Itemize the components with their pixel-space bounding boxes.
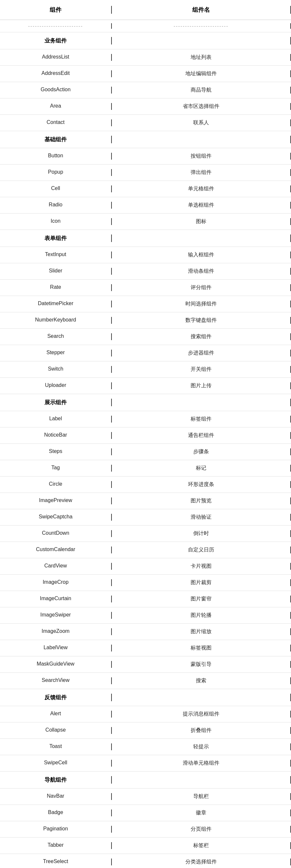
component-name-en: ImageZoom — [0, 628, 111, 635]
table-row[interactable]: TreeSelect 分类选择组件 — [0, 854, 291, 868]
table-row[interactable]: ImageCrop 图片裁剪 — [0, 575, 291, 591]
component-name-zh: 图片裁剪 — [112, 579, 290, 586]
component-name-zh: 标记 — [112, 465, 290, 472]
component-name-en: Stepper — [0, 350, 111, 356]
component-name-zh: 图片上传 — [112, 382, 290, 389]
table-row[interactable]: ImageCurtain 图片窗帘 — [0, 591, 291, 607]
section-header-right-label — [112, 399, 290, 406]
component-name-en: Circle — [0, 481, 111, 488]
component-name-zh: 折叠组件 — [112, 727, 290, 734]
table-row[interactable]: Toast 轻提示 — [0, 739, 291, 755]
section-header-label: 表单组件 — [0, 235, 111, 242]
table-row[interactable]: Popup 弹出组件 — [0, 164, 291, 181]
table-row[interactable]: Switch 开关组件 — [0, 362, 291, 378]
table-row[interactable]: Radio 单选框组件 — [0, 197, 291, 214]
divider-left: ------------------------ — [0, 23, 111, 29]
table-row[interactable]: Steps 步骤条 — [0, 444, 291, 460]
component-name-zh: 地址编辑组件 — [112, 70, 290, 77]
table-row[interactable]: Slider 滑动条组件 — [0, 263, 291, 280]
table-row[interactable]: Search 搜索组件 — [0, 329, 291, 345]
table-row[interactable]: Area 省市区选择组件 — [0, 98, 291, 115]
table-row[interactable]: Tabber 标签栏 — [0, 838, 291, 854]
table-row[interactable]: NumberKeyboard 数字键盘组件 — [0, 312, 291, 329]
table-row[interactable]: CustomCalendar 自定义日历 — [0, 542, 291, 558]
component-table: 组件 组件名 ------------------------ --------… — [0, 0, 291, 868]
component-name-zh: 卡片视图 — [112, 563, 290, 570]
table-row[interactable]: Uploader 图片上传 — [0, 378, 291, 394]
section-header-right-label — [112, 37, 290, 44]
component-name-en: Toast — [0, 743, 111, 750]
component-name-zh: 按钮组件 — [112, 153, 290, 160]
table-row[interactable]: Pagination 分页组件 — [0, 821, 291, 838]
table-row[interactable]: GoodsAction 商品导航 — [0, 82, 291, 98]
table-row[interactable]: Badge 徽章 — [0, 805, 291, 821]
component-name-en: Search — [0, 333, 111, 340]
table-row[interactable]: NavBar 导航栏 — [0, 788, 291, 805]
table-row[interactable]: DatetimePicker 时间选择组件 — [0, 296, 291, 312]
component-name-en: Alert — [0, 711, 111, 718]
table-row[interactable]: NoticeBar 通告栏组件 — [0, 428, 291, 444]
table-row[interactable]: Label 标签组件 — [0, 411, 291, 428]
table-row[interactable]: Tag 标记 — [0, 460, 291, 476]
component-name-en: SearchView — [0, 677, 111, 684]
table-header: 组件 组件名 — [0, 0, 291, 20]
table-row[interactable]: Alert 提示消息框组件 — [0, 706, 291, 722]
component-name-en: AddressList — [0, 54, 111, 61]
section-header-right-label — [112, 136, 290, 143]
table-row[interactable]: Contact 联系人 — [0, 115, 291, 131]
table-row[interactable]: SearchView 搜索 — [0, 673, 291, 689]
table-row[interactable]: Collapse 折叠组件 — [0, 722, 291, 739]
component-name-zh: 联系人 — [112, 119, 290, 126]
component-name-zh: 倒计时 — [112, 530, 290, 537]
section-header-right-label — [112, 776, 290, 784]
section-header-row: 展示组件 — [0, 394, 291, 411]
component-name-en: LabelView — [0, 645, 111, 651]
section-header-right-label — [112, 235, 290, 242]
component-name-en: ImageSwiper — [0, 612, 111, 619]
component-name-zh: 标签视图 — [112, 645, 290, 651]
table-row[interactable]: MaskGuideView 蒙版引导 — [0, 656, 291, 673]
table-row[interactable]: Rate 评分组件 — [0, 280, 291, 296]
table-row[interactable]: Button 按钮组件 — [0, 148, 291, 164]
table-row[interactable]: ImageSwiper 图片轮播 — [0, 607, 291, 624]
section-header-label: 导航组件 — [0, 776, 111, 784]
rows-container: 业务组件 AddressList 地址列表 AddressEdit 地址编辑组件… — [0, 32, 291, 868]
component-name-zh: 搜索组件 — [112, 333, 290, 340]
table-row[interactable]: CountDown 倒计时 — [0, 526, 291, 542]
component-name-zh: 开关组件 — [112, 366, 290, 373]
component-name-en: Pagination — [0, 826, 111, 833]
table-row[interactable]: Cell 单元格组件 — [0, 181, 291, 197]
table-row[interactable]: TextInput 输入框组件 — [0, 247, 291, 263]
component-name-zh: 步进器组件 — [112, 350, 290, 356]
component-name-zh: 滑动验证 — [112, 514, 290, 521]
component-name-en: Switch — [0, 366, 111, 373]
table-row[interactable]: SwipeCell 滑动单元格组件 — [0, 755, 291, 772]
component-name-en: Tabber — [0, 842, 111, 849]
table-row[interactable]: Icon 图标 — [0, 214, 291, 230]
table-row[interactable]: SwipeCaptcha 滑动验证 — [0, 509, 291, 526]
table-row[interactable]: AddressList 地址列表 — [0, 50, 291, 66]
component-name-en: Button — [0, 153, 111, 160]
table-row[interactable]: Circle 环形进度条 — [0, 476, 291, 493]
component-name-zh: 输入框组件 — [112, 251, 290, 258]
component-name-zh: 轻提示 — [112, 743, 290, 750]
component-name-zh: 步骤条 — [112, 448, 290, 455]
table-row[interactable]: LabelView 标签视图 — [0, 640, 291, 656]
component-name-en: TextInput — [0, 251, 111, 258]
component-name-zh: 滑动单元格组件 — [112, 760, 290, 767]
table-row[interactable]: CardView 卡片视图 — [0, 558, 291, 575]
component-name-zh: 单选框组件 — [112, 202, 290, 209]
section-header-row: 基础组件 — [0, 131, 291, 148]
component-name-zh: 蒙版引导 — [112, 661, 290, 668]
table-row[interactable]: AddressEdit 地址编辑组件 — [0, 66, 291, 82]
table-row[interactable]: ImageZoom 图片缩放 — [0, 624, 291, 640]
component-name-zh: 导航栏 — [112, 793, 290, 800]
component-name-zh: 图片轮播 — [112, 612, 290, 619]
component-name-en: Area — [0, 103, 111, 110]
component-name-zh: 通告栏组件 — [112, 432, 290, 439]
table-row[interactable]: ImagePreview 图片预览 — [0, 493, 291, 509]
component-name-zh: 数字键盘组件 — [112, 317, 290, 324]
table-row[interactable]: Stepper 步进器组件 — [0, 345, 291, 362]
component-name-en: NoticeBar — [0, 432, 111, 439]
component-name-en: Badge — [0, 809, 111, 816]
